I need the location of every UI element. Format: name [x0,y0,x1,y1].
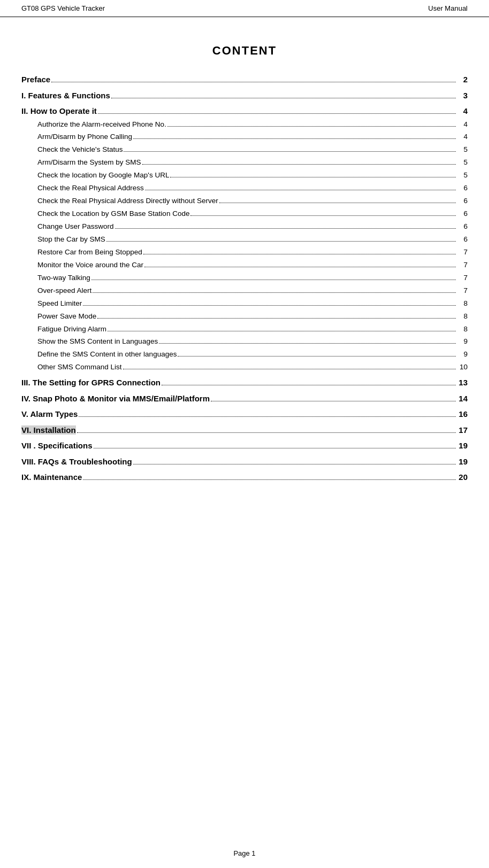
page-title: CONTENT [21,44,468,58]
toc-entry-page: 3 [457,89,468,103]
toc-entry: VII . Specifications19 [21,439,468,453]
toc-entry: V. Alarm Types16 [21,407,468,421]
toc-entry-dots [219,203,456,203]
toc-entry-dots [133,138,456,139]
toc-entry-dots [143,254,456,254]
toc-entry-text: Check the location by Google Map's URL [37,169,169,182]
toc-entry-dots [167,126,456,127]
table-of-contents: Preface2I. Features & Functions3II. How … [21,73,468,484]
toc-entry-dots [124,151,456,152]
toc-entry-dots [97,318,456,319]
toc-entry-text: Other SMS Command List [37,361,122,374]
toc-entry-dots [159,343,456,344]
toc-entry-dots [145,190,456,190]
toc-entry-page: 10 [457,361,468,374]
toc-entry-page: 9 [457,336,468,348]
toc-entry-page: 5 [457,144,468,156]
toc-entry-dots [77,432,456,433]
toc-entry-text: II. How to Operate it [21,104,97,118]
toc-entry: IX. Maintenance20 [21,470,468,484]
toc-entry: Power Save Mode8 [21,311,468,323]
toc-entry-page: 6 [457,234,468,246]
toc-entry-dots [178,356,456,356]
toc-entry-dots [190,215,456,216]
toc-entry-text: Power Save Mode [37,311,96,323]
toc-entry-page: 9 [457,348,468,361]
toc-entry-dots [106,241,456,242]
toc-entry: Monitor the Voice around the Car7 [21,259,468,272]
toc-entry-text: IX. Maintenance [21,470,82,484]
toc-entry-text: Over-speed Alert [37,285,91,297]
toc-entry-text: Change User Password [37,221,114,233]
toc-entry-page: 6 [457,221,468,233]
toc-entry-text: Authorize the Alarm-received Phone No. [37,119,166,131]
toc-entry-page: 5 [457,157,468,169]
toc-entry-page: 6 [457,208,468,220]
toc-entry: IV. Snap Photo & Monitor via MMS/Email/P… [21,392,468,406]
toc-entry-page: 5 [457,169,468,182]
toc-entry-text: Speed Limiter [37,298,82,310]
toc-entry: Stop the Car by SMS6 [21,234,468,246]
toc-entry-page: 7 [457,285,468,297]
toc-entry-dots [93,292,456,293]
toc-entry-text: IV. Snap Photo & Monitor via MMS/Email/P… [21,392,210,406]
toc-entry-text: Define the SMS Content in other language… [37,348,177,361]
toc-entry-text: VI. Installation [21,423,76,437]
toc-entry: Over-speed Alert7 [21,285,468,297]
toc-entry-text: Preface [21,73,50,87]
toc-entry-text: Restore Car from Being Stopped [37,246,142,259]
toc-entry-dots [142,164,456,165]
toc-entry: VIII. FAQs & Troubleshooting19 [21,455,468,469]
toc-entry-page: 4 [457,119,468,131]
toc-entry-text: Check the Vehicle's Status [37,144,123,156]
toc-entry: Speed Limiter8 [21,298,468,310]
toc-entry: Authorize the Alarm-received Phone No.4 [21,119,468,131]
toc-entry: VI. Installation17 [21,423,468,437]
page-header: GT08 GPS Vehicle Tracker User Manual [0,0,489,17]
toc-entry-dots [170,177,456,177]
toc-entry-text: VII . Specifications [21,439,93,453]
toc-entry: I. Features & Functions3 [21,89,468,103]
toc-entry-page: 6 [457,182,468,195]
toc-entry-page: 2 [457,73,468,87]
toc-entry: Preface2 [21,73,468,87]
page-footer: Page 1 [0,849,489,857]
toc-entry-text: V. Alarm Types [21,407,78,421]
toc-entry: Check the Real Physical Address6 [21,182,468,195]
toc-entry-dots [94,448,456,448]
toc-entry-text: Check the Real Physical Address [37,182,144,195]
toc-entry-dots [133,464,456,464]
toc-entry: Fatigue Driving Alarm8 [21,323,468,336]
toc-entry: II. How to Operate it4 [21,104,468,118]
toc-entry-dots [162,385,456,385]
toc-entry-dots [83,479,456,480]
toc-entry-dots [211,401,456,401]
toc-entry-text: Show the SMS Content in Languages [37,336,158,348]
toc-entry: Restore Car from Being Stopped7 [21,246,468,259]
toc-entry-text: Monitor the Voice around the Car [37,259,143,272]
toc-entry: Check the Real Physical Address Directly… [21,195,468,207]
toc-entry: Show the SMS Content in Languages9 [21,336,468,348]
toc-entry-page: 7 [457,272,468,284]
toc-entry-dots [144,267,456,267]
toc-entry-text: Fatigue Driving Alarm [37,323,106,336]
toc-entry: Check the Vehicle's Status5 [21,144,468,156]
toc-entry-dots [98,113,456,114]
toc-entry-page: 17 [457,423,468,437]
toc-entry-page: 19 [457,455,468,469]
toc-entry-page: 19 [457,439,468,453]
toc-entry-text: Stop the Car by SMS [37,234,105,246]
toc-entry-dots [51,82,456,82]
toc-entry: III. The Setting for GPRS Connection13 [21,376,468,390]
toc-entry-page: 6 [457,195,468,207]
toc-entry-page: 16 [457,407,468,421]
toc-entry: Other SMS Command List10 [21,361,468,374]
toc-entry: Arm/Disarm the System by SMS5 [21,157,468,169]
toc-entry: Arm/Disarm by Phone Calling4 [21,131,468,143]
toc-entry-dots [111,98,456,98]
toc-entry-text: Arm/Disarm the System by SMS [37,157,141,169]
toc-entry-page: 7 [457,259,468,272]
toc-entry: Two-way Talking7 [21,272,468,284]
toc-entry-dots [115,228,456,229]
toc-entry-page: 8 [457,311,468,323]
